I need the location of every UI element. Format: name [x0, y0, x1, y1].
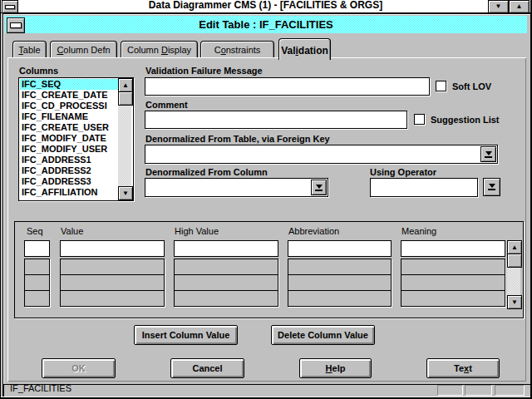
minimize-button[interactable]: ▼ [488, 0, 509, 13]
status-frame-line [2, 383, 4, 397]
denormalized-from-table-combo[interactable] [145, 145, 498, 164]
maximize-icon: ▲ [516, 3, 523, 10]
denormalized-from-table-label: Denormalized From Table, via Foreign Key [145, 134, 330, 144]
dialog-system-menu-button[interactable] [7, 17, 25, 33]
dialog-system-menu-icon [10, 22, 22, 28]
scroll-down-icon: ▼ [122, 190, 129, 197]
soft-lov-checkbox[interactable] [436, 81, 446, 91]
comment-input[interactable] [145, 111, 407, 129]
ok-button: OK [42, 358, 116, 378]
suggestion-list-label: Suggestion List [431, 115, 500, 125]
list-item[interactable]: IFC_ADDRESS3 [20, 176, 118, 187]
list-item[interactable]: IFC_FILENAME [20, 111, 118, 122]
column-values-groupbox: Seq Value High Value Abbreviation Meanin… [14, 221, 524, 318]
grid-cell-high-value [174, 259, 278, 275]
window-frame-left [0, 0, 1, 399]
list-item[interactable]: IFC_MODIFY_USER [20, 144, 118, 155]
delete-column-value-button[interactable]: Delete Column Value [271, 325, 375, 345]
insert-column-value-button[interactable]: Insert Column Value [134, 325, 238, 345]
scroll-up-icon: ▲ [511, 244, 518, 251]
list-item[interactable]: IFC_MODIFY_DATE [20, 133, 118, 144]
comment-label: Comment [145, 100, 188, 110]
using-operator-label: Using Operator [370, 167, 436, 177]
screen: Data Diagrammer CMS (1) - [FACILITIES & … [0, 0, 532, 399]
grid-cell-meaning [401, 290, 505, 307]
scrollbar-thumb[interactable] [118, 91, 133, 106]
dialog-titlebar: Edit Table : IF_FACILITIES [5, 16, 527, 33]
maximize-button[interactable]: ▲ [509, 0, 530, 13]
grid-cell-abbreviation [288, 259, 392, 275]
list-item[interactable]: IFC_ADDRESS1 [20, 155, 118, 165]
grid-cell-meaning [401, 259, 505, 275]
tab-validation[interactable]: Validation [278, 38, 331, 60]
columns-listbox[interactable]: IFC_SEQ IFC_CREATE_DATE IFC_CD_PROCESSI … [18, 77, 134, 201]
status-pane [465, 385, 492, 396]
columns-list-items: IFC_SEQ IFC_CREATE_DATE IFC_CD_PROCESSI … [20, 79, 118, 199]
scroll-up-icon: ▲ [122, 82, 129, 89]
validation-failure-message-input[interactable] [145, 77, 430, 96]
grid-cell-value[interactable] [60, 240, 165, 257]
grid-cell-high-value [174, 274, 278, 291]
edit-table-dialog: Edit Table : IF_FACILITIES Table Column … [2, 13, 531, 385]
list-item[interactable]: IFC_CREATE_USER [20, 122, 118, 133]
list-item[interactable]: IFC_SEQ [20, 79, 118, 90]
grid-cell-value [60, 274, 165, 291]
using-operator-dropdown-button[interactable] [483, 178, 500, 196]
help-button[interactable]: Help [299, 358, 372, 378]
minimize-icon: ▼ [495, 3, 502, 10]
grid-cell-meaning [401, 274, 505, 291]
grid-cell-seq [24, 259, 50, 275]
tab-column-defn[interactable]: Column Defn [50, 41, 117, 58]
text-button[interactable]: Text [426, 358, 500, 378]
list-item[interactable]: IFC_CD_PROCESSI [20, 101, 118, 111]
scroll-down-button[interactable]: ▼ [507, 295, 522, 309]
list-item[interactable]: IFC_AFFILIATION [20, 187, 118, 198]
dropdown-icon [316, 185, 323, 189]
columns-scrollbar[interactable]: ▲ ▼ [118, 78, 131, 199]
main-window-title: Data Diagrammer CMS (1) - [FACILITIES & … [1, 0, 530, 12]
validation-failure-message-label: Validation Failure Message [145, 66, 263, 76]
grid-cell-abbreviation[interactable] [288, 240, 392, 257]
columns-label: Columns [19, 66, 58, 76]
grid-cell-seq[interactable] [24, 240, 50, 257]
grid-cell-seq [24, 274, 50, 291]
main-titlebar: Data Diagrammer CMS (1) - [FACILITIES & … [1, 0, 530, 13]
grid-cell-high-value [174, 290, 278, 307]
grid-header-meaning: Meaning [401, 226, 436, 236]
list-item[interactable]: IFC_ADDRESS2 [20, 165, 118, 176]
list-item[interactable]: IFC_CREATE_DATE [20, 90, 118, 101]
tab-table[interactable]: Table [12, 41, 47, 58]
dialog-title: Edit Table : IF_FACILITIES [5, 16, 527, 33]
grid-header-seq: Seq [27, 226, 43, 236]
denormalized-from-column-label: Denormalized From Column [145, 167, 268, 177]
grid-header-abbreviation: Abbreviation [288, 226, 339, 236]
soft-lov-label: Soft LOV [452, 81, 491, 91]
grid-cell-abbreviation [288, 290, 392, 307]
denormalized-from-column-combo[interactable] [145, 178, 328, 197]
grid-header-high-value: High Value [175, 226, 219, 236]
tab-constraints[interactable]: Constraints [200, 41, 274, 58]
dropdown-icon [485, 151, 492, 155]
status-pane [495, 385, 525, 396]
scroll-down-button[interactable]: ▼ [118, 186, 133, 200]
suggestion-list-checkbox[interactable] [414, 114, 425, 125]
grid-cell-value [60, 290, 165, 307]
scroll-down-icon: ▼ [511, 299, 518, 306]
using-operator-input[interactable] [370, 178, 478, 197]
status-bar: IF_FACILITIES [1, 383, 530, 397]
grid-cell-value [60, 259, 165, 275]
scrollbar-thumb[interactable] [507, 254, 522, 268]
scroll-up-button[interactable]: ▲ [118, 78, 133, 92]
dropdown-button[interactable] [311, 180, 327, 195]
grid-cell-abbreviation [288, 274, 392, 291]
scroll-up-button[interactable]: ▲ [507, 240, 522, 254]
grid-cell-meaning[interactable] [401, 240, 505, 257]
grid-cell-high-value[interactable] [174, 240, 278, 257]
grid-scrollbar[interactable]: ▲ ▼ [507, 240, 520, 308]
dropdown-icon [489, 184, 495, 188]
status-pane [437, 385, 463, 396]
tab-column-display[interactable]: Column Display [121, 41, 198, 58]
dropdown-button[interactable] [480, 146, 496, 162]
grid-header-value: Value [61, 226, 83, 236]
cancel-button[interactable]: Cancel [170, 358, 244, 378]
